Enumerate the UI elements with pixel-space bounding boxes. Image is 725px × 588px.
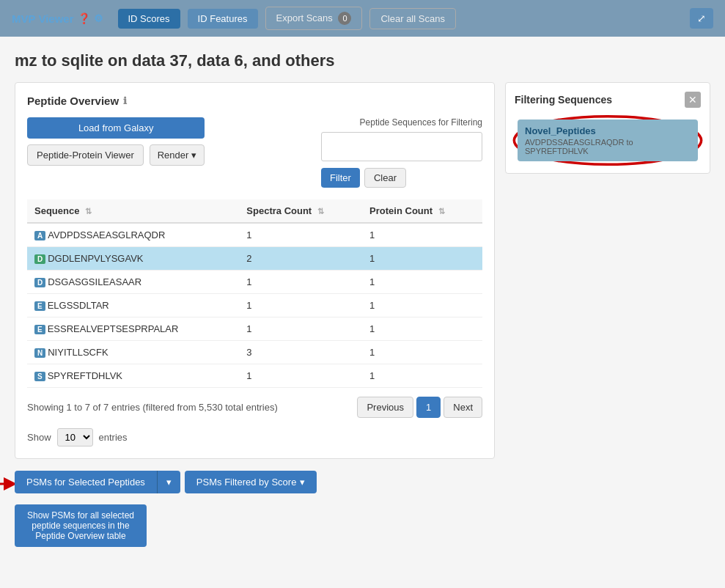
peptide-table: Sequence ⇅ Spectra Count ⇅ Protein Count… [27, 199, 482, 388]
cell-protein: 1 [362, 294, 482, 317]
sequence-badge: A [34, 231, 45, 240]
col-protein: Protein Count ⇅ [362, 199, 482, 223]
gear-icon[interactable]: ⚙ [94, 12, 103, 24]
fullscreen-button[interactable]: ⤢ [690, 8, 713, 29]
cell-protein: 1 [362, 223, 482, 247]
psm-score-caret: ▾ [300, 477, 305, 488]
render-button[interactable]: Render ▾ [150, 144, 205, 166]
close-filter-panel-button[interactable]: ✕ [685, 92, 701, 108]
table-row[interactable]: NNIYITLLSCFK31 [27, 341, 482, 364]
showing-text: Showing 1 to 7 of 7 entries (filtered fr… [27, 402, 278, 413]
app-header: MVP Viewer ❓ ⚙ ID Scores ID Features Exp… [0, 0, 725, 37]
show-label: Show [27, 432, 51, 443]
entries-label: entries [99, 432, 128, 443]
cell-sequence: AAVDPDSSAEASGLRAQDR [27, 223, 239, 247]
sequence-badge: D [34, 254, 45, 264]
load-galaxy-button[interactable]: Load from Galaxy [27, 117, 205, 139]
right-panel: Filtering Sequences ✕ Novel_Peptides AVD… [505, 82, 710, 174]
sequence-text: AVDPDSSAEASGLRAQDR [48, 229, 165, 240]
sort-protein-icon[interactable]: ⇅ [438, 207, 445, 216]
psm-tooltip: Show PSMs for all selected peptide seque… [15, 504, 147, 547]
cell-sequence: EELGSSDLTAR [27, 294, 239, 317]
id-features-button[interactable]: ID Features [188, 9, 258, 29]
sequence-badge: D [34, 278, 45, 287]
clear-filter-button[interactable]: Clear [364, 168, 406, 188]
table-row[interactable]: DDSGASGSILEASAAR11 [27, 271, 482, 294]
filter-item-novel-peptides[interactable]: Novel_Peptides AVDPDSSAEASGLRAQDR to SPY… [518, 120, 698, 161]
table-row[interactable]: EELGSSDLTAR11 [27, 294, 482, 317]
pagination: Previous 1 Next [357, 397, 482, 418]
filter-item-wrapper: Novel_Peptides AVDPDSSAEASGLRAQDR to SPY… [515, 117, 701, 164]
id-scores-button[interactable]: ID Scores [118, 9, 180, 29]
cell-protein: 1 [362, 317, 482, 341]
sequence-badge: E [34, 301, 45, 311]
table-footer: Showing 1 to 7 of 7 entries (filtered fr… [27, 397, 482, 418]
entries-select[interactable]: 10 25 50 [57, 428, 93, 446]
main-layout: Peptide Overview ℹ Load from Galaxy Pept… [15, 82, 710, 493]
cell-spectra: 3 [239, 341, 362, 364]
filter-textarea[interactable] [321, 132, 482, 161]
psm-selected-dropdown-button[interactable]: ▾ [157, 471, 180, 493]
left-controls: Load from Galaxy Peptide-Protein Viewer … [27, 117, 205, 166]
render-caret: ▾ [191, 150, 196, 161]
psm-score-label: PSMs Filtered by Score [196, 477, 297, 488]
cell-sequence: DDGDLENPVLYSGAVK [27, 247, 239, 271]
export-scans-button[interactable]: Export Scans 0 [265, 7, 363, 30]
brand-logo: MVP Viewer ❓ ⚙ [12, 12, 103, 25]
page-title: mz to sqlite on data 37, data 6, and oth… [15, 51, 710, 70]
cell-sequence: EESSREALVEPTSESPRPALAR [27, 317, 239, 341]
render-label: Render [158, 150, 189, 161]
cell-spectra: 1 [239, 294, 362, 317]
sequence-text: ELGSSDLTAR [48, 300, 109, 311]
peptide-protein-viewer-button[interactable]: Peptide-Protein Viewer [27, 144, 144, 166]
cell-spectra: 1 [239, 223, 362, 247]
sequence-badge: S [34, 372, 45, 381]
filter-button[interactable]: Filter [321, 168, 360, 188]
page-1-button[interactable]: 1 [416, 397, 441, 418]
cell-sequence: DDSGASGSILEASAAR [27, 271, 239, 294]
show-entries-row: Show 10 25 50 entries [27, 428, 482, 446]
table-header-row: Sequence ⇅ Spectra Count ⇅ Protein Count… [27, 199, 482, 223]
next-button[interactable]: Next [444, 397, 482, 418]
top-controls: Load from Galaxy Peptide-Protein Viewer … [27, 117, 482, 188]
sequence-badge: N [34, 348, 45, 358]
psm-selected-button[interactable]: PSMs for Selected Peptides [15, 471, 157, 493]
filter-actions: Filter Clear [321, 168, 482, 188]
table-row[interactable]: AAVDPDSSAEASGLRAQDR11 [27, 223, 482, 247]
table-row[interactable]: DDGDLENPVLYSGAVK21 [27, 247, 482, 271]
page-content: mz to sqlite on data 37, data 6, and oth… [0, 37, 725, 501]
cell-spectra: 1 [239, 317, 362, 341]
previous-button[interactable]: Previous [357, 397, 413, 418]
right-controls: Peptide Sequences for Filtering Filter C… [321, 117, 482, 188]
brand-text: MVP Viewer [12, 12, 74, 25]
sort-spectra-icon[interactable]: ⇅ [317, 207, 324, 216]
clear-all-scans-button[interactable]: Clear all Scans [369, 8, 455, 29]
panel-title: Peptide Overview [27, 95, 119, 107]
sequence-text: ESSREALVEPTSESPRPALAR [48, 323, 179, 334]
sequence-badge: E [34, 325, 45, 334]
sequence-text: NIYITLLSCFK [48, 347, 108, 358]
cell-spectra: 1 [239, 271, 362, 294]
cell-protein: 1 [362, 364, 482, 388]
filter-item-desc: AVDPDSSAEASGLRAQDR to SPYREFTDHLVK [525, 138, 691, 155]
panel-info-icon[interactable]: ℹ [123, 95, 127, 106]
filtering-sequences-panel: Filtering Sequences ✕ Novel_Peptides AVD… [505, 82, 710, 174]
table-row[interactable]: EESSREALVEPTSESPRPALAR11 [27, 317, 482, 341]
psm-score-button[interactable]: PSMs Filtered by Score ▾ [185, 471, 317, 493]
sequence-text: DSGASGSILEASAAR [48, 276, 141, 287]
export-badge: 0 [338, 12, 351, 25]
peptide-overview-panel: Peptide Overview ℹ Load from Galaxy Pept… [15, 82, 495, 459]
table-row[interactable]: SSPYREFTDHLVK11 [27, 364, 482, 388]
cell-protein: 1 [362, 247, 482, 271]
red-arrow-indicator [0, 477, 15, 491]
cell-spectra: 2 [239, 247, 362, 271]
sort-sequence-icon[interactable]: ⇅ [85, 207, 92, 216]
cell-sequence: SSPYREFTDHLVK [27, 364, 239, 388]
left-panel: Peptide Overview ℹ Load from Galaxy Pept… [15, 82, 495, 493]
panel-header: Peptide Overview ℹ [27, 95, 482, 107]
sequence-text: DGDLENPVLYSGAVK [48, 253, 143, 264]
cell-protein: 1 [362, 341, 482, 364]
sequence-text: SPYREFTDHLVK [48, 370, 122, 381]
filter-item-name: Novel_Peptides [525, 125, 691, 136]
help-icon[interactable]: ❓ [78, 12, 90, 24]
